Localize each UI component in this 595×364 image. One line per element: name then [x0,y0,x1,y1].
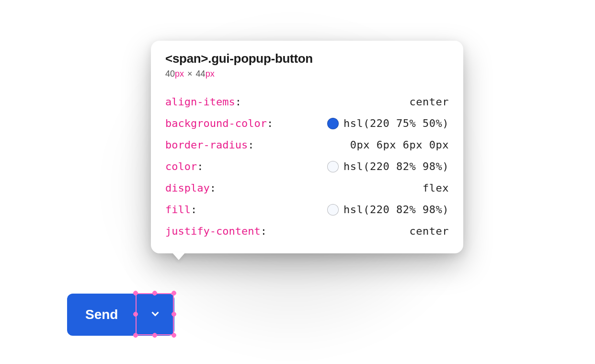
css-property-name: color [165,160,197,172]
css-property-colon: : [210,182,216,194]
split-button: Send [67,294,174,336]
css-property-value: 0px 6px 6px 0px [350,140,449,150]
color-swatch [327,204,339,216]
dim-separator: × [187,69,193,79]
dim-width: 40 [165,69,175,79]
tooltip-selector: <span>.gui-popup-button [165,51,449,66]
css-property-row: align-items:center [165,91,449,113]
css-property-value: center [410,97,449,107]
css-property-colon: : [197,160,203,172]
css-property-colon: : [235,96,241,108]
css-property-value: center [410,226,449,237]
css-property-colon: : [191,204,197,216]
css-property-value: hsl(220 82% 98%) [343,205,449,215]
color-swatch [327,161,339,172]
css-property-colon: : [261,225,267,237]
tooltip-dimensions: 40px × 44px [165,69,449,79]
css-property-value: flex [423,183,449,193]
css-property-row: display:flex [165,178,449,199]
popup-dropdown-button[interactable] [136,294,174,336]
css-property-colon: : [248,139,254,151]
css-property-row: border-radius:0px 6px 6px 0px [165,135,449,156]
css-property-name: align-items [165,96,235,108]
css-inspector-tooltip: <span>.gui-popup-button 40px × 44px alig… [151,41,463,253]
send-button-label: Send [85,307,118,322]
dim-height: 44 [196,69,206,79]
css-property-name: border-radius [165,139,248,151]
dim-width-unit: px [175,69,184,79]
color-swatch [327,118,339,129]
css-property-list: align-items:centerbackground-color:hsl(2… [165,91,449,242]
css-property-row: background-color:hsl(220 75% 50%) [165,113,449,135]
css-property-value: hsl(220 82% 98%) [343,161,449,172]
css-property-row: color:hsl(220 82% 98%) [165,156,449,178]
send-button[interactable]: Send [67,294,136,336]
css-property-name: display [165,182,210,194]
css-property-name: fill [165,204,191,216]
chevron-down-icon [149,307,161,322]
css-property-colon: : [267,117,273,129]
css-property-row: fill:hsl(220 82% 98%) [165,199,449,221]
dim-height-unit: px [206,69,215,79]
css-property-name: background-color [165,117,267,129]
css-property-row: justify-content:center [165,221,449,242]
css-property-value: hsl(220 75% 50%) [343,118,449,129]
css-property-name: justify-content [165,225,261,237]
